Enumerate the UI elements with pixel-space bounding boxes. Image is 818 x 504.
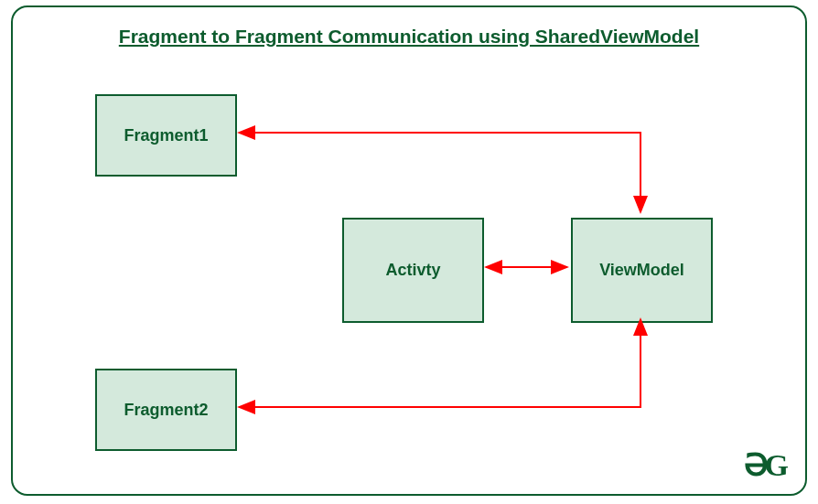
diagram-title: Fragment to Fragment Communication using… [13, 26, 805, 48]
box-activity-label: Activty [385, 261, 440, 280]
diagram-frame: Fragment to Fragment Communication using… [11, 5, 807, 496]
box-fragment2-label: Fragment2 [124, 401, 208, 420]
box-viewmodel: ViewModel [571, 218, 713, 323]
logo: ƏG [744, 446, 785, 483]
box-viewmodel-label: ViewModel [599, 261, 684, 280]
box-fragment1: Fragment1 [95, 94, 237, 177]
box-fragment1-label: Fragment1 [124, 126, 208, 145]
box-fragment2: Fragment2 [95, 369, 237, 451]
box-activity: Activty [342, 218, 484, 323]
